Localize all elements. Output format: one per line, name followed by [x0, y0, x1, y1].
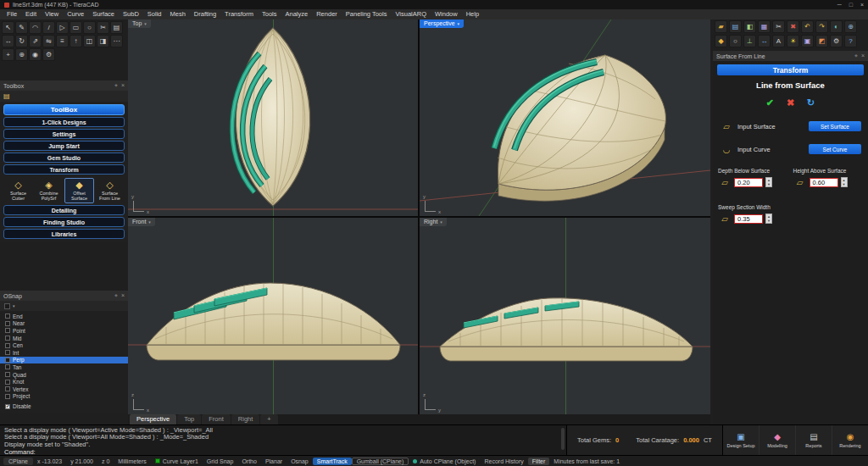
nav-modelling[interactable]: ◆Modelling: [759, 425, 795, 455]
plus-icon[interactable]: +: [2, 48, 14, 61]
toolbox-button-jump-start[interactable]: Jump Start: [3, 141, 125, 151]
viewport-top-label[interactable]: Top ▾: [128, 19, 151, 28]
light-icon[interactable]: ☀: [787, 35, 799, 47]
redo-icon[interactable]: ↷: [815, 20, 828, 33]
checkbox-icon[interactable]: [5, 364, 10, 369]
checkbox-icon[interactable]: [5, 343, 10, 348]
viewport-tab-front[interactable]: Front: [202, 414, 231, 424]
menu-item-transform[interactable]: Transform: [220, 9, 258, 19]
menu-item-render[interactable]: Render: [312, 9, 342, 19]
toolbox-button-finding-studio[interactable]: Finding Studio: [3, 217, 125, 227]
ring-icon[interactable]: ○: [729, 35, 742, 47]
units-label[interactable]: Millimeters: [114, 458, 150, 464]
triangle-icon[interactable]: ▷: [56, 21, 69, 34]
sweep-stepper[interactable]: ▲ ▼: [765, 214, 772, 224]
select-arrow-icon[interactable]: ↖: [2, 21, 14, 34]
folder-icon[interactable]: ▤: [3, 92, 10, 100]
pin-icon[interactable]: ⌖: [114, 82, 118, 89]
delete-icon[interactable]: ✖: [787, 20, 799, 33]
top-viewport-canvas[interactable]: [128, 19, 418, 216]
join-icon[interactable]: ◫: [83, 35, 96, 47]
height-input[interactable]: 0.60: [810, 178, 838, 187]
gem-icon[interactable]: ◆: [715, 35, 727, 47]
render-icon[interactable]: ◩: [815, 35, 828, 47]
osnap-item-quad[interactable]: Quad: [0, 371, 128, 379]
viewport-top[interactable]: Top ▾ x y: [128, 19, 418, 216]
nav-reports[interactable]: ▤Reports: [795, 425, 832, 455]
menu-item-curve[interactable]: Curve: [63, 9, 88, 19]
move-icon[interactable]: ↔: [2, 35, 14, 47]
spin-down-icon[interactable]: ▼: [767, 182, 771, 186]
rectangle-icon[interactable]: ▭: [70, 21, 82, 34]
menu-item-mesh[interactable]: Mesh: [165, 9, 189, 19]
transform-button[interactable]: Transform: [717, 64, 864, 75]
measure-icon[interactable]: ⊥: [743, 35, 756, 47]
menu-item-tools[interactable]: Tools: [258, 9, 281, 19]
layer-selector[interactable]: Curve Layer1: [151, 458, 203, 464]
cancel-icon[interactable]: ✖: [787, 97, 794, 108]
viewport-perspective[interactable]: Perspective ▾ x y: [420, 19, 710, 216]
viewport-tab-add[interactable]: +: [260, 414, 277, 424]
command-scrollbar[interactable]: [561, 428, 565, 450]
toolbox-button-settings[interactable]: Settings: [3, 129, 125, 139]
osnap-item-tan[interactable]: Tan: [0, 363, 128, 371]
menu-item-analyze[interactable]: Analyze: [281, 9, 313, 19]
rotate-icon[interactable]: ↻: [15, 35, 28, 47]
toolbox-button-1-click-designs[interactable]: 1-Click Designs: [3, 117, 125, 127]
undo-icon[interactable]: ↶: [801, 20, 814, 33]
panel-icon[interactable]: ▤: [110, 21, 123, 34]
more-icon[interactable]: ⋯: [110, 35, 123, 47]
perspective-viewport-canvas[interactable]: [420, 19, 710, 216]
text-icon[interactable]: A: [772, 35, 785, 47]
depth-stepper[interactable]: ▲ ▼: [765, 177, 772, 187]
checkbox-icon[interactable]: [5, 380, 10, 385]
viewport-tab-top[interactable]: Top: [177, 414, 201, 424]
curve-icon[interactable]: ◠: [29, 21, 42, 34]
tool-surface-from-line[interactable]: ◇Surface From Line: [95, 178, 125, 203]
status-toggle-gumball-cplane[interactable]: Gumball (CPlane): [352, 458, 409, 465]
point-icon[interactable]: ◉: [29, 48, 42, 61]
panel-close-icon[interactable]: ×: [121, 292, 125, 299]
viewport-right[interactable]: Right ▾ y z: [420, 218, 710, 414]
menu-item-window[interactable]: Window: [431, 9, 462, 19]
display-icon[interactable]: ◧: [743, 20, 756, 33]
status-toggle-planar[interactable]: Planar: [261, 458, 287, 464]
pin-icon[interactable]: ⌖: [114, 292, 118, 299]
height-stepper[interactable]: ▲ ▼: [841, 177, 848, 187]
menu-item-view[interactable]: View: [41, 9, 63, 19]
osnap-item-perp[interactable]: Perp: [0, 357, 128, 364]
tool-combine-polysrf[interactable]: ◈Combine PolySrf: [34, 178, 64, 203]
osnap-item-point[interactable]: Point: [0, 327, 128, 335]
toolbox-header-button[interactable]: ToolBox: [3, 104, 125, 115]
mirror-icon[interactable]: ⇋: [42, 35, 55, 47]
menu-item-edit[interactable]: Edit: [21, 9, 41, 19]
depth-input[interactable]: 0.20: [734, 178, 763, 187]
scissors-icon[interactable]: ✂: [97, 21, 109, 34]
polyline-icon[interactable]: /: [42, 21, 55, 34]
viewport-tab-perspective[interactable]: Perspective: [130, 414, 176, 424]
spin-down-icon[interactable]: ▼: [843, 182, 846, 186]
toolbox-button-transform[interactable]: Transform: [3, 164, 125, 175]
spin-down-icon[interactable]: ▼: [767, 219, 771, 223]
toolbox-button-libraries[interactable]: Libraries: [3, 229, 125, 239]
status-toggle-filter[interactable]: Filter: [528, 458, 550, 465]
status-toggle-auto-cplane-object[interactable]: Auto CPlane (Object): [409, 458, 480, 464]
checkbox-icon[interactable]: [5, 350, 10, 355]
menu-item-solid[interactable]: Solid: [143, 9, 166, 19]
chevron-down-icon[interactable]: ▾: [13, 303, 15, 308]
refresh-icon[interactable]: ↻: [807, 97, 815, 108]
menu-item-help[interactable]: Help: [462, 9, 483, 19]
scale-icon[interactable]: ⇗: [29, 35, 42, 47]
sweep-input[interactable]: 0.35: [734, 214, 763, 224]
extrude-icon[interactable]: ↑: [70, 35, 82, 47]
gear-icon[interactable]: ⚙: [42, 48, 55, 61]
checkbox-icon[interactable]: [5, 313, 10, 319]
osnap-item-knot[interactable]: Knot: [0, 378, 128, 386]
menu-item-subd[interactable]: SubD: [119, 9, 143, 19]
cplane-selector[interactable]: CPlane: [3, 458, 33, 465]
globe-icon[interactable]: ⊕: [844, 20, 857, 33]
confirm-icon[interactable]: ✔: [766, 97, 774, 108]
osnap-disable-row[interactable]: ✔ Disable: [0, 403, 128, 413]
panel-close-icon[interactable]: ×: [121, 82, 125, 89]
osnap-item-end[interactable]: End: [0, 313, 128, 320]
